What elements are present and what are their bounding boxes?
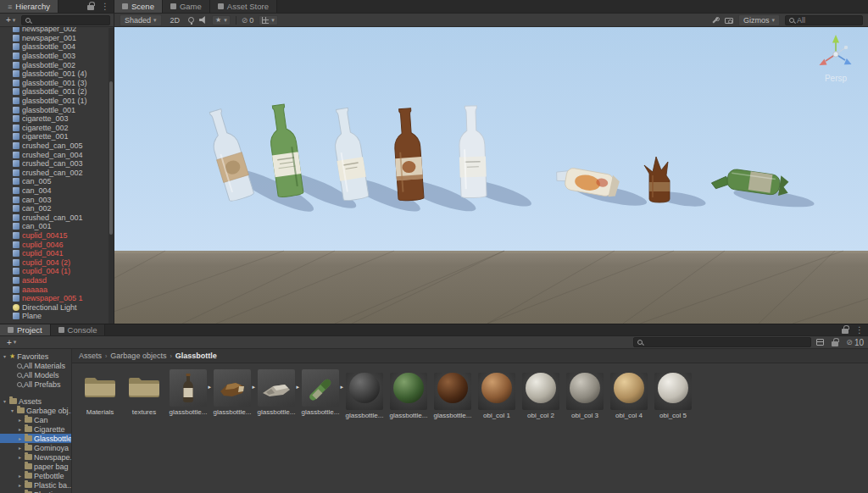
breadcrumb-garbage-objects[interactable]: Garbage objects (110, 352, 166, 360)
scene-3d-render[interactable]: Persp (114, 27, 868, 324)
project-tree-item[interactable]: ▸Gominoya (0, 443, 71, 452)
hierarchy-item[interactable]: glassbottle_001 (1) (0, 97, 114, 106)
scene-ground-plane[interactable] (114, 251, 868, 324)
project-tree-item[interactable]: ▸Can (0, 415, 71, 424)
hidden-packages-count[interactable]: ⊘ 10 (846, 338, 864, 347)
hierarchy-item[interactable]: can_004 (0, 186, 114, 196)
hierarchy-item[interactable]: can_005 (0, 177, 114, 186)
project-tree-item[interactable]: paper bag (0, 462, 71, 471)
lock-icon[interactable] (842, 329, 849, 334)
hierarchy-item[interactable]: cigarette_002 (0, 124, 114, 133)
lock-icon[interactable] (87, 5, 94, 10)
hierarchy-item[interactable]: glassbottle_003 (0, 52, 114, 61)
hierarchy-create-button[interactable]: +▾ (3, 15, 18, 25)
tab-game[interactable]: Game (163, 0, 210, 13)
asset-item[interactable]: glassbottle... (387, 369, 430, 419)
asset-item[interactable]: ▸glassbottle... (211, 369, 253, 416)
project-tree-item[interactable]: ▾Assets (0, 396, 71, 406)
hierarchy-item[interactable]: cigarette_001 (0, 132, 114, 141)
tree-expand-arrow[interactable]: ▾ (9, 407, 15, 413)
hierarchy-item[interactable]: glassbottle_001 (2) (0, 87, 114, 97)
asset-item[interactable]: Materials (79, 369, 121, 416)
gizmos-dropdown[interactable]: Gizmos▾ (738, 14, 780, 26)
asset-item[interactable]: glassbottle... (431, 369, 474, 419)
asset-item[interactable]: ▸glassbottle... (299, 369, 342, 416)
transform-tools-icon[interactable] (712, 16, 720, 24)
hierarchy-item[interactable]: crushed_can_004 (0, 150, 114, 159)
tab-hierarchy[interactable]: ≡ Hierarchy (0, 0, 58, 13)
hierarchy-item[interactable]: newspaper_001 (0, 34, 114, 43)
hierarchy-item[interactable]: glassbottle_002 (0, 60, 114, 69)
project-search-input[interactable] (633, 337, 811, 347)
tree-expand-arrow[interactable]: ▾ (2, 353, 8, 359)
tree-expand-arrow[interactable]: ▸ (17, 445, 23, 451)
hierarchy-item[interactable]: glassbottle_001 (0, 105, 114, 114)
asset-item[interactable]: obi_col 2 (520, 369, 562, 419)
effects-dropdown[interactable]: ★▾ (212, 15, 231, 25)
asset-item[interactable]: obi_col 4 (608, 369, 650, 419)
hierarchy-item[interactable]: newspaper_005 1 (0, 294, 114, 303)
hidden-objects-toggle[interactable]: ⊘ 0 (242, 16, 254, 25)
project-tree-item[interactable]: All Prefabs (0, 379, 71, 389)
gizmo-perspective-label[interactable]: Persp (825, 74, 848, 83)
project-tree-item[interactable]: ▸Plastic, pa... (0, 490, 71, 493)
hierarchy-item[interactable]: cuplid_0041 (0, 249, 114, 258)
hierarchy-item[interactable]: Directional Light (0, 302, 114, 312)
prefab-expand-arrow[interactable]: ▸ (252, 384, 255, 391)
hierarchy-item[interactable]: glassbottle_001 (3) (0, 79, 114, 88)
panel-menu-kebab-icon[interactable]: ⋮ (851, 324, 868, 335)
hierarchy-item[interactable]: crushed_can_001 (0, 213, 114, 222)
hierarchy-item[interactable]: cigarette_003 (0, 114, 114, 124)
scene-viewport[interactable]: Persp (114, 27, 868, 324)
hierarchy-item[interactable]: aaaaaa (0, 285, 114, 294)
project-tree-item[interactable]: ▸Glassbottle (0, 434, 71, 443)
asset-item[interactable]: textures (123, 369, 165, 416)
scene-search-input[interactable]: All (785, 15, 863, 25)
shading-mode-dropdown[interactable]: Shaded▾ (120, 14, 162, 26)
tree-expand-arrow[interactable]: ▾ (2, 398, 8, 404)
tab-project[interactable]: Project (0, 324, 51, 335)
scene-audio-toggle-icon[interactable] (199, 16, 207, 24)
tree-expand-arrow[interactable]: ▸ (17, 417, 23, 423)
panel-menu-kebab-icon[interactable]: ⋮ (97, 0, 114, 13)
hierarchy-item[interactable]: cuplid_004 (1) (0, 267, 114, 276)
project-tree-item[interactable]: ▾★Favorites (0, 352, 71, 361)
project-tree-item[interactable]: ▾Garbage obj... (0, 406, 71, 415)
hierarchy-item[interactable]: can_002 (0, 204, 114, 213)
hierarchy-item[interactable]: crushed_can_005 (0, 141, 114, 151)
grid-visibility-dropdown[interactable]: ▾ (259, 15, 278, 25)
asset-item[interactable]: obi_col 5 (652, 369, 694, 419)
hierarchy-item[interactable]: cuplid_004 (2) (0, 258, 114, 267)
tree-expand-arrow[interactable]: ▸ (17, 435, 23, 441)
project-create-button[interactable]: +▾ (4, 338, 19, 347)
scene-camera-icon[interactable] (725, 18, 733, 24)
hierarchy-item[interactable]: crushed_can_002 (0, 169, 114, 178)
tree-expand-arrow[interactable]: ▸ (17, 454, 23, 460)
asset-item[interactable]: obi_col 1 (476, 369, 518, 419)
project-tree-item[interactable]: ▸Petbottle (0, 471, 71, 480)
scrollbar-thumb[interactable] (109, 81, 113, 235)
hierarchy-item[interactable]: Plane (0, 312, 114, 321)
hierarchy-item[interactable]: newspaper_002 (0, 27, 114, 34)
asset-item[interactable]: ▸glassbottle... (167, 369, 209, 416)
tree-expand-arrow[interactable]: ▸ (17, 426, 23, 432)
scene-lighting-toggle-icon[interactable] (188, 17, 194, 23)
hierarchy-item[interactable]: glassbottle_001 (4) (0, 69, 114, 79)
asset-item[interactable]: ▸glassbottle... (255, 369, 298, 416)
hierarchy-item[interactable]: crushed_can_003 (0, 159, 114, 169)
2d-toggle-button[interactable]: 2D (167, 15, 184, 25)
project-tree-item[interactable]: ▸Plastic ba... (0, 480, 71, 490)
breadcrumb-assets[interactable]: Assets (79, 352, 102, 360)
prefab-expand-arrow[interactable]: ▸ (340, 384, 343, 391)
lock-icon[interactable] (832, 341, 838, 346)
tab-asset-store[interactable]: Asset Store (210, 0, 277, 13)
hierarchy-item[interactable]: asdasd (0, 276, 114, 285)
hierarchy-search-input[interactable] (21, 15, 110, 25)
project-tree-item[interactable]: ▸Newspape... (0, 452, 71, 462)
hierarchy-item[interactable]: can_003 (0, 195, 114, 204)
asset-item[interactable]: glassbottle... (343, 369, 386, 419)
project-tree-item[interactable]: All Materials (0, 361, 71, 370)
tab-console[interactable]: Console (51, 324, 106, 335)
prefab-expand-arrow[interactable]: ▸ (208, 384, 211, 391)
tree-expand-arrow[interactable]: ▸ (17, 473, 23, 479)
